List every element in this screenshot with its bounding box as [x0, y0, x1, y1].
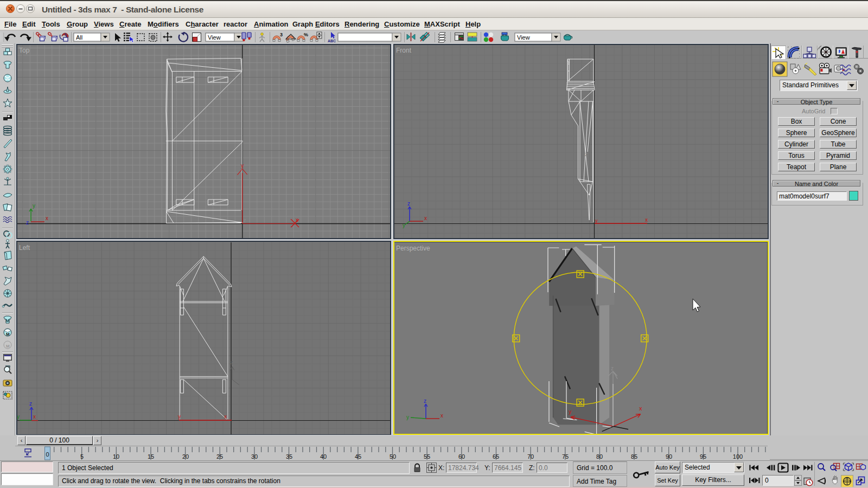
svg-text:85: 85: [631, 453, 637, 460]
svg-text:y: y: [33, 203, 35, 209]
svg-text:90: 90: [666, 453, 672, 460]
svg-text:All: All: [76, 34, 82, 41]
svg-text:z: z: [407, 201, 410, 207]
svg-text:55: 55: [424, 453, 430, 460]
svg-text:z: z: [244, 217, 246, 223]
svg-text:15: 15: [148, 453, 154, 460]
svg-text:60: 60: [458, 453, 465, 460]
svg-text:25: 25: [216, 453, 223, 460]
svg-text:45: 45: [355, 453, 361, 460]
svg-text:z: z: [585, 151, 588, 157]
svg-text:View: View: [517, 34, 530, 41]
svg-text:M: M: [6, 344, 10, 349]
svg-text:40: 40: [320, 453, 327, 460]
svg-text:z: z: [230, 359, 233, 365]
svg-text:%: %: [304, 32, 308, 37]
svg-text:20: 20: [182, 453, 189, 460]
svg-text:z: z: [26, 220, 29, 226]
svg-text:y: y: [403, 222, 405, 228]
svg-text:50: 50: [390, 453, 396, 460]
svg-text:y: y: [241, 163, 244, 169]
svg-text:x: x: [441, 413, 443, 419]
svg-text:M: M: [5, 318, 9, 323]
svg-text:x: x: [424, 215, 427, 221]
svg-text:x: x: [33, 414, 36, 420]
svg-text:y: y: [595, 218, 598, 223]
svg-text:10: 10: [113, 453, 119, 460]
svg-text:y: y: [178, 414, 181, 420]
svg-text:x: x: [639, 405, 642, 412]
svg-text:M: M: [6, 332, 10, 337]
svg-text:View: View: [208, 34, 221, 41]
svg-text:35: 35: [286, 453, 292, 460]
svg-text:70: 70: [527, 453, 534, 460]
svg-text:y: y: [17, 414, 20, 420]
svg-text:3: 3: [280, 32, 283, 37]
svg-text:x: x: [645, 217, 648, 223]
svg-text:z: z: [611, 365, 614, 371]
svg-text:ABC: ABC: [328, 39, 336, 43]
svg-text:x: x: [224, 414, 227, 420]
svg-text:80: 80: [596, 453, 603, 460]
svg-text:75: 75: [562, 453, 569, 460]
svg-text:65: 65: [493, 453, 499, 460]
svg-text:100: 100: [733, 453, 743, 460]
svg-text:y: y: [406, 414, 409, 420]
svg-text:0: 0: [46, 451, 49, 458]
svg-text:5: 5: [80, 453, 84, 460]
svg-text:x: x: [296, 217, 298, 223]
svg-text:30: 30: [251, 453, 258, 460]
svg-text:95: 95: [700, 453, 706, 460]
svg-text:z: z: [424, 398, 426, 404]
svg-text:x: x: [46, 215, 48, 221]
svg-text:y: y: [569, 408, 572, 415]
svg-text:z: z: [29, 401, 32, 407]
